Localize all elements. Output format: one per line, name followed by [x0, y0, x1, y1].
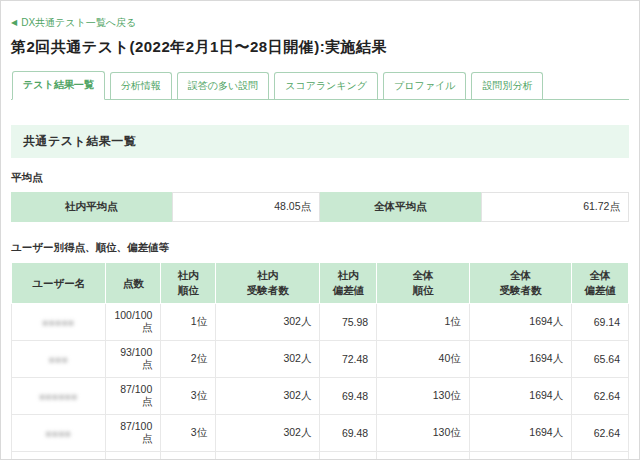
tab-test-results[interactable]: テスト結果一覧 [12, 71, 105, 100]
tab-profile[interactable]: プロファイル [383, 72, 466, 99]
cell-overall-deviation: 69.14 [572, 304, 629, 341]
cell-internal-examinees: 302人 [216, 378, 320, 415]
masked-user-name: ●●● [49, 355, 68, 365]
header-internal-rank: 社内 順位 [161, 263, 216, 304]
cell-user-name: ●●●●● [12, 304, 106, 341]
table-row: ●●●●●●87/100点3位302人69.48130位1694人62.64 [12, 378, 629, 415]
cell-score: 87/100点 [106, 378, 161, 415]
overall-average-value: 61.72点 [481, 192, 629, 222]
header-overall-deviation: 全体 偏差値 [572, 263, 629, 304]
cell-overall-deviation: 62.64 [572, 415, 629, 452]
back-link-label: DX共通テスト一覧へ戻る [21, 16, 136, 30]
cell-overall-rank: 1位 [377, 304, 470, 341]
tab-score-ranking[interactable]: スコアランキング [274, 72, 378, 99]
cell-user-name: ●●● [12, 452, 106, 460]
cell-overall-rank: 130位 [377, 378, 470, 415]
table-row: ●●●87/100点3位302人69.48130位1694人62.64 [12, 452, 629, 460]
cell-overall-deviation: 62.64 [572, 378, 629, 415]
cell-internal-deviation: 69.48 [320, 452, 377, 460]
cell-internal-examinees: 302人 [216, 452, 320, 460]
cell-user-name: ●●● [12, 341, 106, 378]
page-container: ◀ DX共通テスト一覧へ戻る 第2回共通テスト(2022年2月1日〜28日開催)… [0, 0, 640, 460]
cell-internal-examinees: 302人 [216, 415, 320, 452]
cell-overall-examinees: 1694人 [469, 378, 571, 415]
cell-internal-rank: 3位 [161, 452, 216, 460]
tab-analysis-info[interactable]: 分析情報 [110, 72, 172, 99]
cell-overall-examinees: 1694人 [469, 415, 571, 452]
cell-internal-deviation: 75.98 [320, 304, 377, 341]
cell-overall-examinees: 1694人 [469, 341, 571, 378]
table-row: ●●●●●100/100点1位302人75.981位1694人69.14 [12, 304, 629, 341]
masked-user-name: ●●●●●● [39, 392, 78, 402]
cell-internal-rank: 2位 [161, 341, 216, 378]
cell-score: 87/100点 [106, 452, 161, 460]
left-triangle-icon: ◀ [11, 19, 17, 27]
cell-internal-rank: 3位 [161, 415, 216, 452]
average-score-table: 社内平均点 48.05点 全体平均点 61.72点 [11, 192, 629, 222]
cell-internal-rank: 1位 [161, 304, 216, 341]
table-row: ●●●●87/100点3位302人69.48130位1694人62.64 [12, 415, 629, 452]
header-internal-examinees: 社内 受験者数 [216, 263, 320, 304]
header-score: 点数 [106, 263, 161, 304]
cell-overall-examinees: 1694人 [469, 452, 571, 460]
cell-internal-deviation: 72.48 [320, 341, 377, 378]
cell-overall-deviation: 65.64 [572, 341, 629, 378]
table-row: ●●●93/100点2位302人72.4840位1694人65.64 [12, 341, 629, 378]
header-internal-deviation: 社内 偏差値 [320, 263, 377, 304]
cell-internal-examinees: 302人 [216, 341, 320, 378]
cell-internal-rank: 3位 [161, 378, 216, 415]
internal-average-label: 社内平均点 [11, 192, 172, 222]
header-overall-rank: 全体 順位 [377, 263, 470, 304]
cell-internal-deviation: 69.48 [320, 378, 377, 415]
cell-overall-deviation: 62.64 [572, 452, 629, 460]
cell-overall-rank: 130位 [377, 415, 470, 452]
cell-score: 100/100点 [106, 304, 161, 341]
section-heading: 共通テスト結果一覧 [11, 125, 629, 158]
cell-internal-deviation: 69.48 [320, 415, 377, 452]
results-table: ユーザー名 点数 社内 順位 社内 受験者数 社内 偏差値 全体 順位 全体 受… [11, 262, 629, 460]
header-user-name: ユーザー名 [12, 263, 106, 304]
cell-overall-rank: 40位 [377, 341, 470, 378]
cell-internal-examinees: 302人 [216, 304, 320, 341]
masked-user-name: ●●●● [46, 429, 72, 439]
page-title: 第2回共通テスト(2022年2月1日〜28日開催):実施結果 [11, 38, 629, 57]
masked-user-name: ●●●●● [43, 318, 75, 328]
tab-per-question-analysis[interactable]: 設問別分析 [471, 72, 543, 99]
cell-overall-rank: 130位 [377, 452, 470, 460]
tab-bar: テスト結果一覧 分析情報 誤答の多い設問 スコアランキング プロファイル 設問別… [11, 71, 629, 100]
overall-average-label: 全体平均点 [320, 192, 481, 222]
cell-overall-examinees: 1694人 [469, 304, 571, 341]
tab-frequent-wrong-answers[interactable]: 誤答の多い設問 [177, 72, 269, 99]
results-table-body: ●●●●●100/100点1位302人75.981位1694人69.14●●●9… [12, 304, 629, 460]
average-score-label: 平均点 [11, 171, 629, 185]
cell-user-name: ●●●●●● [12, 378, 106, 415]
back-to-test-list-link[interactable]: ◀ DX共通テスト一覧へ戻る [11, 16, 136, 30]
cell-score: 93/100点 [106, 341, 161, 378]
table-header-row: ユーザー名 点数 社内 順位 社内 受験者数 社内 偏差値 全体 順位 全体 受… [12, 263, 629, 304]
cell-score: 87/100点 [106, 415, 161, 452]
user-scores-caption: ユーザー別得点、順位、偏差値等 [11, 241, 629, 255]
internal-average-value: 48.05点 [172, 192, 320, 222]
cell-user-name: ●●●● [12, 415, 106, 452]
header-overall-examinees: 全体 受験者数 [469, 263, 571, 304]
